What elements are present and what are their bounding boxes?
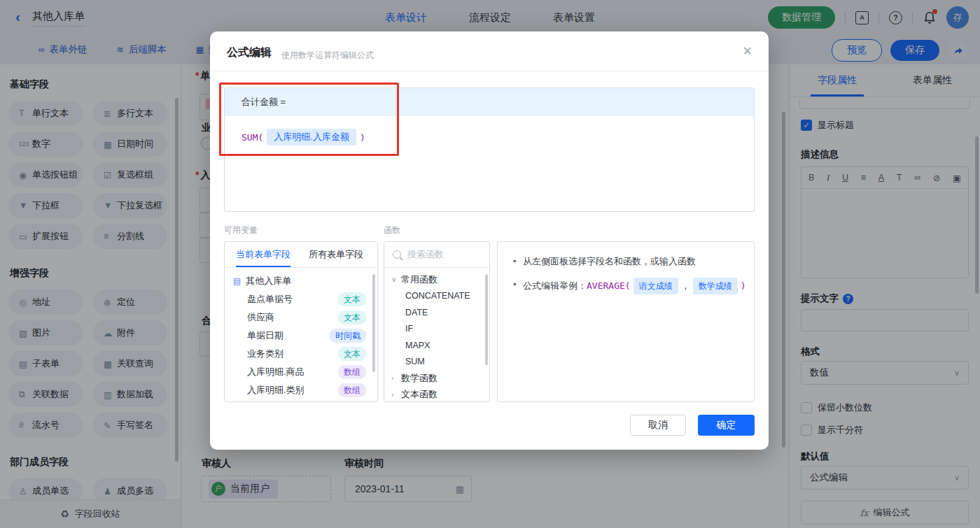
hint-field-chip-2: 数学成绩 [693, 278, 738, 294]
modal-subtitle: 使用数学运算符编辑公式 [281, 50, 374, 62]
function-search-box[interactable]: 搜索函数 [384, 242, 489, 268]
variable-type-badge: 时间戳 [330, 329, 366, 343]
variable-type-badge: 文本 [338, 311, 366, 324]
variable-row[interactable]: 业务类别文本 [225, 345, 377, 363]
variable-type-badge: 文本 [338, 292, 366, 306]
variable-row[interactable]: 盘点单据号文本 [225, 290, 377, 308]
variable-name: 盘点单据号 [247, 293, 293, 306]
functions-scrollbar[interactable] [485, 274, 488, 365]
function-label: DATE [405, 308, 428, 317]
cancel-button[interactable]: 取消 [630, 415, 686, 436]
variable-name: 供应商 [247, 311, 274, 324]
variable-type-badge: 数组 [338, 365, 366, 379]
tab-current-form-fields[interactable]: 当前表单字段 [236, 242, 290, 267]
function-item-row[interactable]: SUM [384, 354, 489, 371]
function-group-row[interactable]: ›数学函数 [384, 370, 489, 387]
close-icon[interactable]: × [743, 43, 752, 59]
hint-function-open: AVERAGE( [587, 279, 631, 293]
form-designer-app: ‹ 其他入库单 表单设计 流程设定 表单设置 数据管理 A ? 存 ∞表单外链≋… [0, 0, 980, 528]
functions-list: ∨常用函数CONCATENATEDATEIFMAPXSUM›数学函数›文本函数 [384, 268, 489, 402]
tab-all-form-fields[interactable]: 所有表单字段 [309, 242, 363, 267]
function-label: 常用函数 [401, 273, 438, 286]
variables-field-rows: 盘点单据号文本供应商文本单据日期时间戳业务类别文本入库明细.商品数组入库明细.类… [225, 290, 377, 399]
formula-field-chip[interactable]: 入库明细.入库金额 [267, 129, 356, 145]
function-label: 文本函数 [401, 388, 438, 401]
variable-row[interactable]: 入库明细.类别数组 [225, 381, 377, 399]
variable-name: 入库明细.类别 [247, 384, 304, 397]
variable-row[interactable]: 单据日期时间戳 [225, 327, 377, 345]
variable-name: 单据日期 [247, 329, 284, 342]
function-group-row[interactable]: ›文本函数 [384, 387, 489, 403]
functions-panel: 搜索函数 ∨常用函数CONCATENATEDATEIFMAPXSUM›数学函数›… [384, 241, 490, 402]
function-item-row[interactable]: IF [384, 321, 489, 338]
variables-root-label: 其他入库单 [246, 275, 291, 287]
hint-comma: ， [681, 279, 690, 293]
variables-panel: 当前表单字段 所有表单字段 ▤ 其他入库单 盘点单据号文本供应商文本单据日期时间… [224, 241, 378, 402]
formula-target: 合计金额 = [225, 88, 754, 116]
formula-function-open: SUM( [241, 132, 263, 143]
form-doc-icon: ▤ [233, 276, 241, 286]
hint-function-close: ) [741, 279, 746, 293]
hint-line-2: • 公式编辑举例： AVERAGE( 语文成绩 ， 数学成绩 ) [513, 278, 754, 294]
variable-name: 业务类别 [247, 348, 284, 360]
variables-section-label: 可用变量 [224, 224, 258, 236]
functions-section-label: 函数 [384, 224, 400, 236]
function-label: 数学函数 [401, 372, 438, 385]
variable-row[interactable]: 入库明细.商品数组 [225, 363, 377, 381]
bullet-icon: • [513, 278, 523, 292]
variable-name: 入库明细.商品 [247, 366, 304, 378]
function-search-placeholder: 搜索函数 [407, 248, 444, 261]
variables-root-row[interactable]: ▤ 其他入库单 [225, 272, 377, 290]
function-item-row[interactable]: MAPX [384, 337, 489, 354]
function-item-row[interactable]: CONCATENATE [384, 288, 489, 305]
variable-type-badge: 数组 [338, 383, 366, 397]
chevron-icon: › [391, 391, 401, 399]
hint-example-prefix: 公式编辑举例： [523, 279, 587, 293]
bullet-icon: • [513, 255, 523, 269]
function-item-row[interactable]: DATE [384, 304, 489, 321]
chevron-icon: ∨ [391, 276, 401, 283]
formula-editor[interactable]: 合计金额 = SUM( 入库明细.入库金额 ) [224, 87, 755, 212]
variable-type-badge: 文本 [338, 347, 366, 361]
confirm-button[interactable]: 确定 [698, 415, 755, 436]
formula-function-close: ) [360, 132, 365, 143]
formula-expression[interactable]: SUM( 入库明细.入库金额 ) [225, 116, 754, 158]
search-icon [393, 250, 401, 259]
chevron-icon: › [391, 374, 401, 382]
formula-edit-modal: 公式编辑 使用数学运算符编辑公式 × 合计金额 = SUM( 入库明细.入库金额… [210, 31, 769, 450]
variable-row[interactable]: 供应商文本 [225, 308, 377, 327]
function-label: IF [405, 324, 413, 334]
hint-field-chip-1: 语文成绩 [634, 278, 678, 294]
function-label: MAPX [405, 341, 430, 350]
variables-tabs: 当前表单字段 所有表单字段 [225, 242, 377, 268]
function-label: CONCATENATE [405, 291, 470, 301]
hint-line-1: • 从左侧面板选择字段名和函数，或输入函数 [513, 255, 754, 269]
modal-title: 公式编辑 [227, 45, 272, 60]
variables-list: ▤ 其他入库单 盘点单据号文本供应商文本单据日期时间戳业务类别文本入库明细.商品… [225, 268, 377, 399]
variables-scrollbar[interactable] [372, 274, 375, 372]
function-label: SUM [405, 357, 425, 366]
modal-header-divider [210, 71, 769, 71]
hints-panel: • 从左侧面板选择字段名和函数，或输入函数 • 公式编辑举例： AVERAGE(… [497, 241, 755, 402]
function-group-row[interactable]: ∨常用函数 [384, 271, 489, 288]
